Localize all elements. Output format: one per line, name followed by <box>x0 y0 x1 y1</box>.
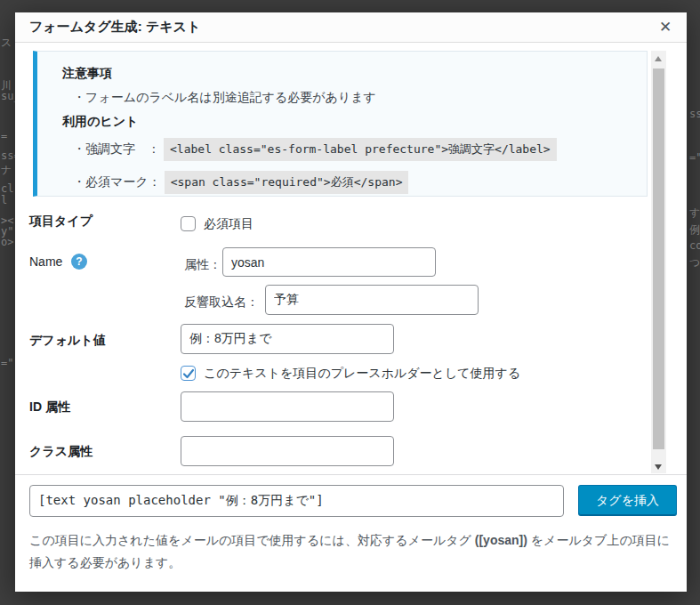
hankyo-input[interactable] <box>265 285 479 315</box>
item-type-label: 項目タイプ <box>29 214 93 230</box>
background-text-fragment: 例： <box>689 222 700 238</box>
scrollbar-thumb[interactable] <box>653 69 664 449</box>
hint-heading: 利用のヒント <box>62 109 631 133</box>
check-icon <box>182 367 195 380</box>
help-icon[interactable]: ? <box>71 254 87 270</box>
hankyo-label: 反響取込名： <box>184 294 259 311</box>
scrollbar[interactable] <box>651 51 666 473</box>
hint-label: ・強調文字 ： <box>73 141 160 157</box>
insert-tag-button[interactable]: タグを挿入 <box>578 485 677 516</box>
class-attr-input[interactable] <box>181 436 394 466</box>
scroll-up-icon[interactable] <box>651 51 666 66</box>
hint-row-required: ・必須マーク： <span class="required">必須</span> <box>62 165 631 197</box>
generated-tag-input[interactable] <box>29 485 564 517</box>
mail-tag-description: この項目に入力された値をメールの項目で使用するには、対応するメールタグ ([yo… <box>29 529 673 574</box>
required-checkbox-label: 必須項目 <box>204 216 253 232</box>
dialog-titlebar: フォームタグ生成: テキスト ✕ <box>15 12 687 43</box>
background-text-fragment: cl <box>1 182 13 195</box>
background-text-fragment: =" <box>1 357 13 369</box>
notice-bullet: ・フォームのラベル名は別途追記する必要があります <box>62 85 631 109</box>
notice-heading: 注意事項 <box>62 61 631 85</box>
background-text-fragment: =" <box>689 151 700 164</box>
background-text-fragment: = <box>1 130 7 142</box>
hint-label: ・必須マーク： <box>73 174 161 190</box>
default-value-label: デフォルト値 <box>29 333 106 349</box>
scroll-down-icon[interactable] <box>651 458 666 473</box>
class-attr-label: クラス属性 <box>29 444 93 460</box>
name-label: Name <box>29 254 62 269</box>
use-placeholder-checkbox[interactable] <box>181 366 196 381</box>
attr-label: 属性： <box>184 257 221 273</box>
required-checkbox[interactable] <box>181 216 196 231</box>
use-placeholder-label: このテキストを項目のプレースホルダーとして使用する <box>204 366 520 382</box>
footer-divider <box>15 474 687 475</box>
id-attr-label: ID 属性 <box>29 399 70 415</box>
background-text-fragment: す <box>689 206 700 221</box>
hint-code-sample: <label class="es-form-label prefecture">… <box>164 138 557 161</box>
hint-code-sample: <span class="required">必須</span> <box>165 171 409 194</box>
form-tag-generator-dialog: フォームタグ生成: テキスト ✕ 注意事項 ・フォームのラベル名は別途追記する必… <box>15 12 687 592</box>
close-icon[interactable]: ✕ <box>655 17 676 38</box>
usage-notice-box: 注意事項 ・フォームのラベル名は別途追記する必要があります 利用のヒント ・強調… <box>33 51 648 197</box>
id-attr-input[interactable] <box>181 391 394 422</box>
background-text-fragment: o> <box>1 236 13 248</box>
hint-row-emphasis: ・強調文字 ： <label class="es-form-label pref… <box>62 133 631 165</box>
mail-tag-code: ([yosan]) <box>475 533 527 547</box>
background-text-fragment: ss <box>689 108 700 120</box>
background-text-fragment: ナ <box>1 163 12 178</box>
dialog-title: フォームタグ生成: テキスト <box>29 19 200 36</box>
background-text-fragment: l <box>1 194 7 206</box>
default-value-input[interactable] <box>181 324 394 354</box>
desc-text: この項目に入力された値をメールの項目で使用するには、対応するメールタグ <box>29 533 475 547</box>
background-text-fragment: co <box>689 239 700 252</box>
background-text-fragment: つ <box>689 255 700 270</box>
attr-input[interactable] <box>222 247 436 277</box>
